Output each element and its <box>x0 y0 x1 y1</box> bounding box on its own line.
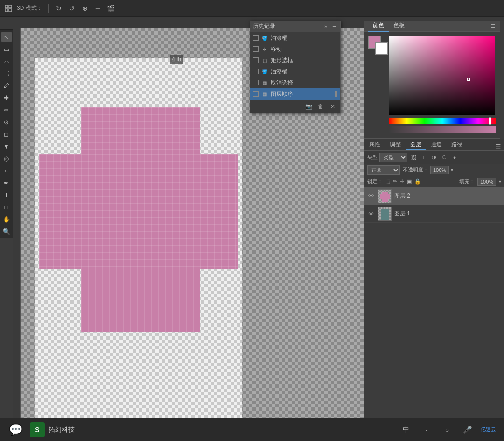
tool-eyedrop[interactable]: 🖊 <box>1 80 12 91</box>
fill-input[interactable] <box>477 178 496 186</box>
color-panel-menu[interactable]: ☰ <box>490 23 496 29</box>
tab-paths[interactable]: 路径 <box>447 139 467 150</box>
tool-blur[interactable]: ◎ <box>1 153 12 164</box>
history-menu-btn[interactable]: ☰ <box>331 23 337 30</box>
move3d-icon[interactable]: ⊕ <box>80 4 90 13</box>
filter-icon-text[interactable]: T <box>420 153 428 162</box>
lock-label: 锁定： <box>367 178 383 185</box>
dot-icon[interactable]: · <box>418 421 435 438</box>
tool-eraser[interactable]: ◻ <box>1 129 12 139</box>
history-label-3: 油漆桶 <box>271 68 287 76</box>
grid-icon[interactable] <box>4 4 13 13</box>
brand-info: S 拓幻科技 <box>30 422 75 437</box>
history-delete-btn[interactable]: ✕ <box>328 102 337 111</box>
history-item-4[interactable]: ▦ 取消选择 <box>250 77 340 88</box>
yisuyun-icon[interactable]: 亿速云 <box>480 421 497 438</box>
filter-label: 类型 <box>367 154 378 161</box>
tool-move[interactable]: ↖ <box>1 32 12 42</box>
props-tabs: 属性 调整 图层 通道 路径 ☰ <box>364 139 504 151</box>
lock-position-icon[interactable]: ✛ <box>400 178 404 185</box>
tool-dodge[interactable]: ○ <box>1 165 12 176</box>
history-new-btn[interactable]: 🗑 <box>316 102 325 111</box>
color-picker-area <box>364 32 500 138</box>
tool-text[interactable]: T <box>1 190 12 200</box>
tool-zoom[interactable]: 🔍 <box>1 226 12 236</box>
left-tools-panel: ↖ ▭ ⌓ ⛶ 🖊 ✚ ✏ ⊙ ◻ ▼ ◎ ○ ✒ T □ ✋ 🔍 <box>0 30 13 238</box>
circle-icon[interactable]: ○ <box>439 421 455 438</box>
background-swatch[interactable] <box>375 42 388 55</box>
brand-icon: S <box>30 422 45 437</box>
right-container: 颜色 色板 ☰ <box>364 21 504 418</box>
china-icon[interactable]: 中 <box>398 421 414 438</box>
tab-layers[interactable]: 图层 <box>406 139 426 150</box>
toolbar-separator <box>48 4 49 13</box>
tool-brush[interactable]: ✏ <box>1 105 12 115</box>
history-label-4: 取消选择 <box>271 79 293 87</box>
opacity-input[interactable] <box>430 166 449 174</box>
layer-item-1[interactable]: 👁 图层 1 <box>364 205 504 223</box>
video-icon[interactable]: 🎬 <box>106 4 116 13</box>
pan-icon[interactable]: ✛ <box>93 4 103 13</box>
tab-adjustments[interactable]: 调整 <box>385 139 406 150</box>
grid-pink-sides <box>39 154 238 269</box>
blend-mode-select[interactable]: 正常 <box>367 165 400 175</box>
layer-1-visibility[interactable]: 👁 <box>367 210 375 218</box>
history-camera-btn[interactable]: 📷 <box>304 102 313 111</box>
tab-properties[interactable]: 属性 <box>364 139 385 150</box>
color-tabs: 颜色 色板 <box>368 21 409 32</box>
tool-shape[interactable]: □ <box>1 202 12 212</box>
tool-stamp[interactable]: ⊙ <box>1 117 12 127</box>
color-gradient-picker[interactable] <box>389 36 495 115</box>
opacity-arrow[interactable]: ▾ <box>451 167 453 172</box>
layer-2-visibility[interactable]: 👁 <box>367 192 375 200</box>
alpha-slider[interactable] <box>389 126 496 133</box>
color-panel-header: 颜色 色板 ☰ <box>364 21 500 32</box>
history-check-4 <box>253 80 259 85</box>
history-icon-deselect-4: ▦ <box>261 79 268 86</box>
history-item-2[interactable]: ⬚ 矩形选框 <box>250 55 340 66</box>
layer-item-2[interactable]: 👁 图层 2 <box>364 187 504 205</box>
fill-arrow[interactable]: ▾ <box>499 179 501 184</box>
filter-icon-image[interactable]: 🖼 <box>409 153 418 162</box>
filter-icon-dot[interactable]: ● <box>450 153 459 162</box>
layer-1-name: 图层 1 <box>394 210 501 218</box>
pink-horizontal <box>39 154 238 269</box>
tool-crop[interactable]: ⛶ <box>1 68 12 78</box>
tool-heal[interactable]: ✚ <box>1 92 12 103</box>
filter-icon-adjust[interactable]: ◑ <box>430 153 438 162</box>
history-item-1[interactable]: ✛ 移动 <box>250 43 340 55</box>
tool-fill[interactable]: ▼ <box>1 141 12 151</box>
layer-1-thumbnail <box>378 207 392 221</box>
history-icon-bucket-3: 🪣 <box>261 68 268 75</box>
history-expand-btn[interactable]: » <box>322 23 329 30</box>
tool-hand[interactable]: ✋ <box>1 214 12 224</box>
refresh-icon[interactable]: ↺ <box>67 4 77 13</box>
mic-icon[interactable]: 🎤 <box>459 421 476 438</box>
tool-pen[interactable]: ✒ <box>1 178 12 188</box>
layers-panel-menu[interactable]: ☰ <box>492 143 504 150</box>
opacity-row: 不透明度： ▾ <box>403 166 453 174</box>
hue-cursor <box>489 117 491 125</box>
tab-color[interactable]: 颜色 <box>368 21 389 32</box>
tab-swatches[interactable]: 色板 <box>389 21 409 32</box>
filter-icon-smart[interactable]: ⬡ <box>440 153 448 162</box>
hue-slider[interactable] <box>389 118 496 124</box>
orbit-icon[interactable]: ↻ <box>54 4 63 13</box>
history-item-3[interactable]: 🪣 油漆桶 <box>250 66 340 77</box>
filter-select[interactable]: 类型 <box>379 153 407 162</box>
history-label-2: 矩形选框 <box>271 57 293 64</box>
history-check-3 <box>253 69 259 74</box>
lock-artboard-icon[interactable]: ▣ <box>407 178 412 185</box>
lock-pixel-icon[interactable]: ⬚ <box>385 178 390 185</box>
wechat-icon[interactable]: 💬 <box>7 421 24 438</box>
history-item-5[interactable]: ▦ 图层顺序 <box>250 88 340 100</box>
lock-all-icon[interactable]: 🔒 <box>414 178 421 185</box>
history-label-5: 图层顺序 <box>271 90 293 98</box>
lock-brush-icon[interactable]: ✏ <box>393 178 397 185</box>
history-item-0[interactable]: 🪣 油漆桶 <box>250 32 340 43</box>
tool-select[interactable]: ▭ <box>1 44 12 54</box>
tool-lasso[interactable]: ⌓ <box>1 56 12 66</box>
layers-panel: 类型 类型 🖼 T ◑ ⬡ ● 正常 不透明度： ▾ 锁定： ⬚ ✏ <box>364 151 504 418</box>
tab-channels[interactable]: 通道 <box>426 139 447 150</box>
color-panel: 颜色 色板 ☰ <box>364 21 500 139</box>
